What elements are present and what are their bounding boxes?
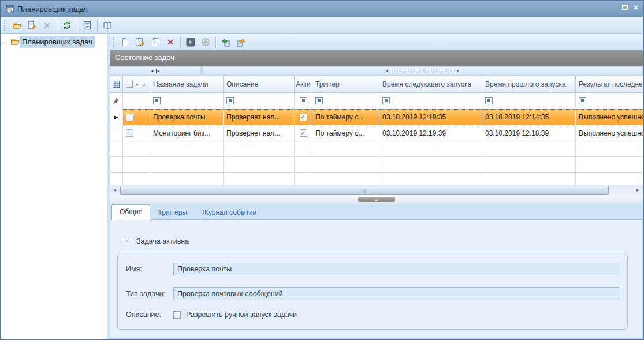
stop-task-button[interactable]	[199, 35, 213, 49]
manual-run-row[interactable]: Разрешить ручной запуск задачи	[173, 311, 297, 319]
tree-item-scheduler[interactable]: Планировщик задач	[1, 34, 107, 49]
column-header-name[interactable]: Название задачи	[150, 76, 224, 93]
filter-cell-trigger[interactable]	[312, 93, 379, 109]
cell-result[interactable]: Выполнено успешно	[576, 109, 643, 125]
filter-cell-select[interactable]	[123, 93, 150, 109]
restore-button[interactable]	[622, 5, 628, 10]
column-header-active[interactable]: Акти	[295, 76, 312, 93]
tasks-toolbar: ✕	[110, 34, 643, 50]
cell-trigger[interactable]: По таймеру с...	[312, 109, 379, 125]
book-button[interactable]	[100, 18, 114, 32]
run-task-button[interactable]	[184, 35, 198, 49]
cell-active[interactable]: ✓	[295, 125, 312, 141]
open-folder-button[interactable]	[10, 18, 24, 32]
table-row[interactable]: ▶ Проверка почты Проверяет нал... ✓ По т…	[110, 109, 643, 125]
journal-button[interactable]	[80, 18, 94, 32]
filter-button[interactable]	[300, 97, 307, 104]
cell-result[interactable]: Выполнено успешно	[576, 125, 643, 141]
toolbar-grip[interactable]	[3, 20, 6, 31]
filter-cell-description[interactable]	[224, 93, 295, 109]
tab-triggers[interactable]: Триггеры	[150, 206, 195, 220]
column-header-select-all[interactable]: ▼ ◢	[123, 76, 150, 93]
details-groupbox: Имя: Тип задачи: Описание: Разрешить руч…	[117, 253, 628, 330]
book-icon	[103, 21, 112, 30]
row-select-cell[interactable]	[123, 125, 150, 141]
window-title: Планировщик задач	[17, 5, 88, 13]
band-scroll-indicator[interactable]: ▼▼	[202, 66, 643, 76]
app-icon	[6, 5, 14, 13]
filter-button[interactable]	[382, 97, 390, 104]
cell-description[interactable]: Проверяет нал...	[224, 125, 295, 141]
scroll-left-arrow[interactable]: ◄	[110, 185, 120, 195]
tree-item-label: Планировщик задач	[20, 36, 95, 48]
scroll-right-arrow[interactable]: ►	[633, 185, 643, 195]
edit-task-button[interactable]	[133, 35, 147, 49]
panel-splitter[interactable]: ▲	[110, 195, 643, 204]
column-header-last-run[interactable]: Время прошлого запуска	[482, 76, 576, 93]
chevron-down-icon[interactable]: ▼	[135, 83, 139, 87]
import-tasks-button[interactable]	[219, 35, 233, 49]
row-checkbox[interactable]	[126, 129, 133, 137]
folder-open-icon	[12, 21, 21, 30]
row-checkbox[interactable]	[126, 114, 133, 121]
cell-name[interactable]: Проверка почты	[150, 109, 224, 125]
select-all-checkbox[interactable]	[126, 81, 133, 88]
name-input[interactable]	[173, 263, 620, 275]
cell-description[interactable]: Проверяет нал...	[224, 109, 295, 125]
cell-next-run[interactable]: 03.10.2019 12:19:35	[379, 109, 482, 125]
delete-button[interactable]: ✕	[40, 18, 54, 32]
filter-button[interactable]	[226, 97, 234, 104]
filter-cell-last-run[interactable]	[482, 93, 576, 109]
filter-button[interactable]	[153, 97, 161, 104]
cell-active[interactable]: ✓	[295, 109, 312, 125]
manual-run-checkbox[interactable]	[173, 311, 181, 319]
close-button[interactable]: ×	[634, 5, 638, 10]
collapse-button[interactable]: ▲	[358, 197, 395, 202]
toolbar-grip[interactable]	[112, 37, 115, 47]
sort-icon: ◢	[142, 82, 145, 87]
grid-filter-row	[110, 93, 643, 109]
grid-selector-header[interactable]	[110, 76, 123, 93]
task-active-row[interactable]: ✓ Задача активна	[124, 237, 189, 245]
cell-last-run[interactable]: 03.10.2019 12:18:39	[482, 125, 576, 141]
horizontal-scrollbar[interactable]: ◄ |||| ►	[110, 185, 643, 195]
type-field-row: Тип задачи:	[126, 287, 620, 300]
active-checkbox[interactable]: ✓	[300, 129, 307, 137]
column-header-trigger[interactable]: Триггер	[312, 76, 379, 93]
table-row[interactable]: Мониторинг биз... Проверяет нал... ✓ По …	[110, 125, 643, 141]
filter-cell-next-run[interactable]	[379, 93, 482, 109]
export-tasks-button[interactable]	[234, 35, 248, 49]
empty-row	[110, 157, 643, 173]
column-header-description[interactable]: Описание	[224, 76, 295, 93]
scrollbar-thumb[interactable]: ||||	[120, 186, 609, 195]
task-active-checkbox[interactable]: ✓	[124, 238, 131, 245]
column-header-result[interactable]: Результат последнего запуска	[576, 76, 643, 93]
cell-last-run[interactable]: 03.10.2019 12:14:35	[482, 109, 576, 125]
cell-trigger[interactable]: По таймеру с...	[312, 125, 379, 141]
row-select-cell[interactable]	[123, 109, 150, 125]
edit-button[interactable]	[25, 18, 39, 32]
cell-next-run[interactable]: 03.10.2019 12:19:39	[379, 125, 482, 141]
tab-event-log[interactable]: Журнал событий	[195, 206, 264, 220]
type-label: Тип задачи:	[126, 290, 173, 298]
delete-task-button[interactable]: ✕	[163, 35, 177, 49]
refresh-button[interactable]	[60, 18, 74, 32]
type-input[interactable]	[173, 287, 620, 300]
import-icon	[221, 38, 230, 47]
filter-button[interactable]	[579, 97, 586, 104]
titlebar[interactable]: Планировщик задач ×	[1, 1, 643, 17]
description-field-row: Описание: Разрешить ручной запуск задачи	[126, 311, 620, 319]
active-checkbox[interactable]: ✓	[300, 114, 307, 121]
filter-button[interactable]	[315, 97, 323, 104]
column-resize-grip[interactable]: ◄►	[110, 66, 201, 76]
cell-name[interactable]: Мониторинг биз...	[150, 125, 224, 141]
empty-row	[110, 173, 643, 185]
copy-task-button[interactable]	[148, 35, 162, 49]
filter-button[interactable]	[485, 97, 493, 104]
filter-cell-active[interactable]	[295, 93, 312, 109]
filter-cell-result[interactable]	[576, 93, 643, 109]
tab-general[interactable]: Общие	[111, 204, 150, 220]
column-header-next-run[interactable]: Время следующего запуска	[379, 76, 482, 93]
filter-cell-name[interactable]	[150, 93, 224, 109]
new-task-button[interactable]	[118, 35, 132, 49]
